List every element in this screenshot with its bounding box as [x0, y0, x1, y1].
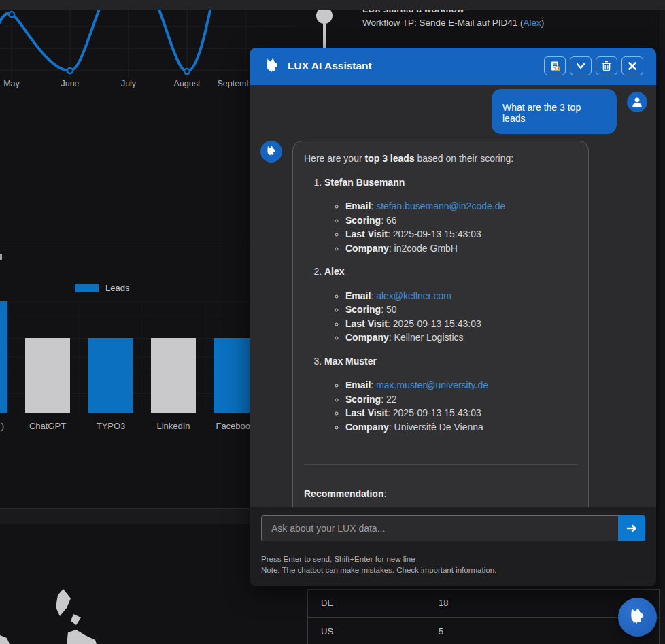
- legend-swatch: [75, 284, 99, 292]
- activity-detail: Workflow TP: Sende E-Mail auf PID41 (Ale…: [362, 18, 544, 28]
- lead-scoring-row: Scoring: 66: [345, 214, 577, 228]
- lux-lynx-icon: [265, 145, 278, 158]
- lead-scoring-row: Scoring: 22: [345, 392, 577, 407]
- timeline-dot: [316, 7, 332, 24]
- gridline: [16, 301, 16, 413]
- lead-lastvisit-row: Last Visit: 2025-09-13 15:43:03: [345, 406, 577, 420]
- assistant-avatar: [260, 141, 282, 163]
- lead-item: Stefan Busemann Email: stefan.busemann@i…: [324, 175, 577, 256]
- data-point-june: [67, 68, 73, 73]
- lead-email-row: Email: alex@kellner.com: [345, 289, 577, 303]
- document-search-icon: [549, 61, 561, 72]
- gridline: [205, 301, 206, 413]
- lux-ai-assistant-panel: LUX AI Assistant: [250, 48, 656, 586]
- gridline: [142, 301, 143, 413]
- bar-label: LinkedIn: [156, 421, 190, 431]
- chevron-down-icon: [576, 63, 585, 69]
- assistant-message: Here are your top 3 leads based on their…: [292, 141, 589, 507]
- timeline-stem: [323, 23, 326, 50]
- lux-lynx-logo-icon: [264, 57, 282, 75]
- bar-label: Facebook: [216, 421, 254, 431]
- data-point-may: [9, 12, 14, 17]
- chat-close-button[interactable]: [621, 56, 643, 75]
- lead-company-row: Company: Kellner Logistics: [345, 331, 577, 345]
- top-leads-list: Stefan Busemann Email: stefan.busemann@i…: [304, 175, 577, 435]
- x-tick: May: [3, 79, 20, 88]
- message-divider: [304, 464, 577, 465]
- lead-email-link[interactable]: stefan.busemann@in2code.de: [376, 201, 505, 211]
- lead-lastvisit-row: Last Visit: 2025-09-13 15:43:03: [345, 227, 577, 241]
- lux-lynx-icon: [628, 607, 648, 628]
- bar-label: ChatGPT: [29, 421, 66, 431]
- arrow-right-icon: [626, 524, 638, 533]
- lead-name: Alex: [324, 266, 345, 277]
- chat-summary-button[interactable]: [544, 56, 566, 75]
- user-message-bubble: What are the 3 top leads: [492, 89, 617, 134]
- lead-email-row: Email: stefan.busemann@in2code.de: [345, 199, 577, 214]
- lead-scoring-row: Scoring: 50: [345, 303, 577, 317]
- assistant-intro: Here are your top 3 leads based on their…: [304, 152, 577, 166]
- lux-chat-fab[interactable]: [618, 598, 657, 637]
- map-land-shape: [67, 630, 97, 644]
- table-row-divider: [307, 617, 659, 618]
- bar-clipped: [0, 301, 7, 413]
- chat-footer: Press Enter to send, Shift+Enter for new…: [250, 507, 656, 586]
- activity-text: ): [541, 18, 545, 28]
- x-tick: June: [61, 79, 79, 88]
- lead-item: Alex Email: alex@kellner.com Scoring: 50…: [324, 265, 577, 345]
- line-series: [0, 10, 224, 71]
- top-strip: [0, 0, 665, 10]
- map-land-shape: [56, 589, 71, 616]
- table-border: [307, 589, 308, 644]
- close-icon: [628, 62, 636, 70]
- gridline: [79, 301, 80, 413]
- recommendation-heading: Recommendation:: [304, 487, 577, 501]
- user-avatar: [627, 92, 647, 112]
- bar-label: TYPO3: [97, 421, 126, 431]
- table-cell-country: DE: [321, 598, 333, 608]
- x-tick: August: [174, 79, 201, 88]
- send-button[interactable]: [618, 515, 645, 541]
- chat-title: LUX AI Assistant: [288, 60, 372, 72]
- x-tick: July: [121, 79, 136, 88]
- lead-name: Stefan Busemann: [324, 177, 405, 188]
- activity-text: Workflow TP: Sende E-Mail auf PID41 (: [362, 18, 524, 28]
- chat-messages-area[interactable]: What are the 3 top leads Here are your t…: [250, 85, 656, 507]
- chat-header-dragbar[interactable]: LUX AI Assistant: [250, 48, 656, 85]
- lead-lastvisit-row: Last Visit: 2025-09-13 15:43:03: [345, 317, 577, 331]
- dashboard-page: May June July August September Leads: [0, 0, 665, 644]
- lead-company-row: Company: in2code GmbH: [345, 241, 577, 256]
- activity-lead-link[interactable]: Alex: [524, 18, 541, 28]
- map-land-shape: [0, 635, 10, 644]
- bar-typo3: [88, 338, 133, 413]
- table-cell-country: US: [321, 626, 333, 637]
- clipped-card-title: [0, 254, 2, 260]
- lead-email-row: Email: max.muster@university.de: [345, 378, 577, 392]
- table-cell-count: 5: [439, 626, 443, 637]
- person-icon: [631, 96, 643, 108]
- enter-hint: Press Enter to send, Shift+Enter for new…: [261, 555, 415, 563]
- trash-icon: [602, 61, 611, 71]
- disclaimer-note: Note: The chatbot can make mistakes. Che…: [261, 566, 496, 574]
- chat-minimize-button[interactable]: [570, 56, 592, 75]
- bar-label: ): [1, 421, 4, 431]
- bar-linkedin: [151, 338, 196, 413]
- lead-name: Max Muster: [324, 356, 377, 367]
- data-point-august: [184, 69, 190, 74]
- table-border: [659, 589, 660, 644]
- map-land-shape: [71, 614, 81, 625]
- bar-chatgpt: [25, 338, 70, 413]
- lead-item: Max Muster Email: max.muster@university.…: [324, 354, 577, 435]
- lead-company-row: Company: Universitè De Vienna: [345, 420, 577, 435]
- table-cell-count: 18: [439, 598, 448, 608]
- chat-input[interactable]: [261, 515, 618, 541]
- legend-label: Leads: [105, 283, 129, 293]
- lead-email-link[interactable]: alex@kellner.com: [376, 290, 451, 301]
- lead-email-link[interactable]: max.muster@university.de: [376, 379, 488, 390]
- feed-card-edge: [653, 10, 653, 48]
- table-border: [307, 589, 659, 590]
- chat-clear-button[interactable]: [596, 56, 617, 75]
